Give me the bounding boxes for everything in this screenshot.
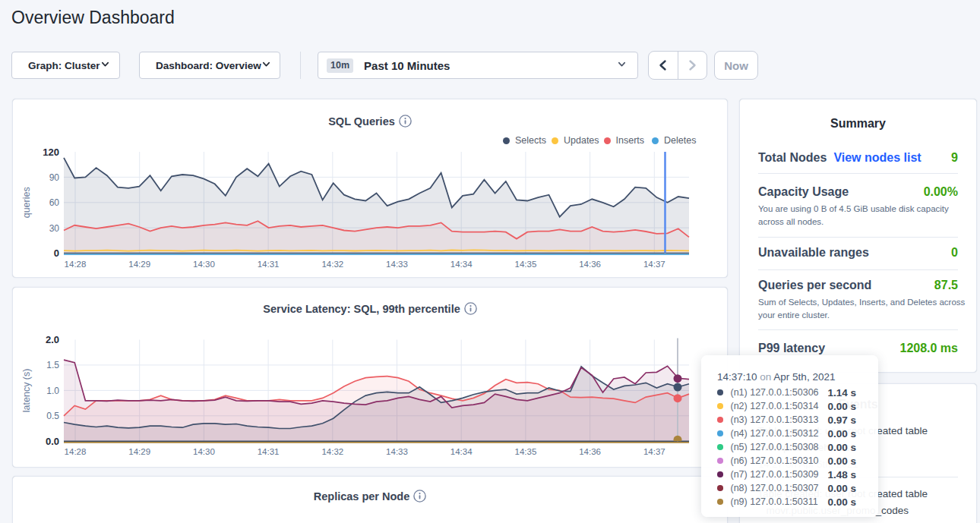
svg-text:14:30: 14:30 <box>193 447 215 456</box>
svg-text:14:29: 14:29 <box>128 260 150 269</box>
svg-text:0.5: 0.5 <box>46 411 59 421</box>
svg-text:14:35: 14:35 <box>515 447 537 456</box>
svg-text:14:30: 14:30 <box>193 260 215 269</box>
svg-text:14:34: 14:34 <box>450 260 473 269</box>
svg-text:14:32: 14:32 <box>321 447 343 456</box>
svg-text:14:29: 14:29 <box>128 447 150 456</box>
svg-text:14:36: 14:36 <box>579 260 601 269</box>
svg-text:30: 30 <box>49 223 60 234</box>
svg-text:latency (s): latency (s) <box>21 369 32 413</box>
svg-text:14:32: 14:32 <box>321 260 343 269</box>
svg-text:60: 60 <box>49 197 60 208</box>
svg-text:0.0: 0.0 <box>46 436 59 447</box>
svg-text:120: 120 <box>43 147 59 158</box>
svg-text:1.5: 1.5 <box>46 360 59 370</box>
svg-text:14:33: 14:33 <box>386 260 408 269</box>
svg-text:14:28: 14:28 <box>65 260 87 269</box>
svg-text:14:31: 14:31 <box>258 447 280 456</box>
svg-text:14:37: 14:37 <box>643 447 665 456</box>
svg-text:14:37: 14:37 <box>643 260 665 269</box>
svg-text:0: 0 <box>54 247 59 259</box>
svg-text:14:33: 14:33 <box>386 447 408 456</box>
svg-text:90: 90 <box>49 172 60 183</box>
svg-text:14:36: 14:36 <box>579 447 601 456</box>
svg-text:queries: queries <box>21 187 32 218</box>
svg-text:2.0: 2.0 <box>46 334 59 345</box>
svg-text:14:28: 14:28 <box>65 447 87 456</box>
svg-text:14:35: 14:35 <box>515 260 537 269</box>
svg-text:1.0: 1.0 <box>46 386 59 396</box>
svg-text:14:34: 14:34 <box>450 447 473 456</box>
svg-text:14:31: 14:31 <box>258 260 280 269</box>
